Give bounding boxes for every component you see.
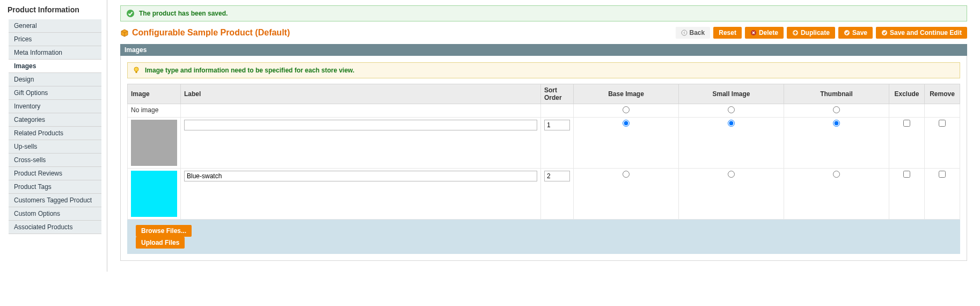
tip-text: Image type and information need to be sp… <box>145 67 354 74</box>
back-label: Back <box>690 29 705 37</box>
small-radio[interactable] <box>728 171 735 178</box>
table-row <box>128 118 960 169</box>
save-icon <box>844 30 850 36</box>
title-bar: Configurable Sample Product (Default) Ba… <box>120 27 967 39</box>
table-row <box>128 169 960 220</box>
lightbulb-icon <box>132 66 141 75</box>
duplicate-label: Duplicate <box>801 29 830 37</box>
sidebar-item-product-tags[interactable]: Product Tags <box>9 180 101 194</box>
sidebar-item-up-sells[interactable]: Up-sells <box>9 140 101 154</box>
back-icon <box>681 30 688 36</box>
sidebar-item-custom-options[interactable]: Custom Options <box>9 207 101 221</box>
image-thumb[interactable] <box>131 171 177 217</box>
sidebar: Product Information GeneralPricesMeta In… <box>0 0 107 272</box>
upload-label: Upload Files <box>141 239 179 246</box>
thumb-radio[interactable] <box>833 120 840 127</box>
duplicate-icon <box>792 30 799 36</box>
th-image: Image <box>128 84 181 104</box>
main-content: The product has been saved. Configurable… <box>107 0 980 272</box>
th-exclude: Exclude <box>889 84 925 104</box>
th-thumb: Thumbnail <box>784 84 889 104</box>
browse-label: Browse Files... <box>141 227 186 235</box>
svg-point-6 <box>134 67 138 71</box>
svg-point-1 <box>682 30 687 35</box>
table-row-noimage: No image <box>128 104 960 118</box>
sidebar-item-images[interactable]: Images <box>9 60 101 73</box>
th-sort: Sort Order <box>541 84 574 104</box>
reset-button[interactable]: Reset <box>713 27 742 39</box>
remove-checkbox[interactable] <box>939 171 946 178</box>
thumb-radio[interactable] <box>833 171 840 178</box>
success-text: The product has been saved. <box>139 10 228 17</box>
exclude-checkbox[interactable] <box>903 120 910 127</box>
info-tip: Image type and information need to be sp… <box>127 62 960 78</box>
label-input[interactable] <box>184 171 537 181</box>
sidebar-item-categories[interactable]: Categories <box>9 113 101 127</box>
upload-toolbar: Browse Files... Upload Files <box>127 220 960 254</box>
small-radio[interactable] <box>728 120 735 127</box>
success-message: The product has been saved. <box>120 5 967 21</box>
back-button[interactable]: Back <box>676 27 711 39</box>
page-title: Configurable Sample Product (Default) <box>132 28 290 38</box>
th-remove: Remove <box>925 84 960 104</box>
svg-rect-7 <box>136 71 137 73</box>
sidebar-item-meta-information[interactable]: Meta Information <box>9 46 101 60</box>
base-radio-none[interactable] <box>623 106 630 113</box>
thumb-radio-none[interactable] <box>833 106 840 113</box>
remove-checkbox[interactable] <box>939 120 946 127</box>
small-radio-none[interactable] <box>728 106 735 113</box>
delete-button[interactable]: Delete <box>745 27 784 39</box>
browse-files-button[interactable]: Browse Files... <box>136 225 192 237</box>
noimage-cell: No image <box>128 104 181 118</box>
sidebar-item-prices[interactable]: Prices <box>9 33 101 46</box>
save-continue-button[interactable]: Save and Continue Edit <box>876 27 967 39</box>
sidebar-list: GeneralPricesMeta InformationImagesDesig… <box>9 19 101 234</box>
images-table: Image Label Sort Order Base Image Small … <box>127 84 960 220</box>
base-radio[interactable] <box>623 120 630 127</box>
th-small: Small Image <box>679 84 784 104</box>
label-input[interactable] <box>184 120 537 130</box>
sidebar-item-design[interactable]: Design <box>9 73 101 86</box>
save-label: Save <box>852 29 867 37</box>
delete-label: Delete <box>759 29 778 37</box>
sidebar-item-customers-tagged-product[interactable]: Customers Tagged Product <box>9 194 101 207</box>
product-icon <box>120 28 129 37</box>
sidebar-item-general[interactable]: General <box>9 19 101 33</box>
sidebar-title: Product Information <box>0 5 107 19</box>
sidebar-item-product-reviews[interactable]: Product Reviews <box>9 167 101 180</box>
save-continue-icon <box>881 30 888 36</box>
exclude-checkbox[interactable] <box>903 171 910 178</box>
success-icon <box>126 9 135 18</box>
sort-input[interactable] <box>544 120 570 130</box>
sidebar-item-associated-products[interactable]: Associated Products <box>9 221 101 234</box>
sidebar-item-gift-options[interactable]: Gift Options <box>9 86 101 100</box>
th-base: Base Image <box>574 84 679 104</box>
sidebar-item-cross-sells[interactable]: Cross-sells <box>9 154 101 167</box>
image-thumb[interactable] <box>131 120 177 166</box>
reset-label: Reset <box>719 29 736 37</box>
upload-files-button[interactable]: Upload Files <box>136 237 185 249</box>
action-buttons: Back Reset Delete Duplicate Save Save an… <box>676 27 967 39</box>
sidebar-item-inventory[interactable]: Inventory <box>9 100 101 113</box>
sidebar-item-related-products[interactable]: Related Products <box>9 127 101 140</box>
delete-icon <box>750 30 757 36</box>
save-button[interactable]: Save <box>838 27 873 39</box>
save-continue-label: Save and Continue Edit <box>890 29 962 37</box>
th-label: Label <box>181 84 541 104</box>
section-body: Image type and information need to be sp… <box>120 56 967 261</box>
base-radio[interactable] <box>623 171 630 178</box>
section-header: Images <box>120 44 967 56</box>
sort-input[interactable] <box>544 171 570 181</box>
duplicate-button[interactable]: Duplicate <box>787 27 835 39</box>
svg-point-0 <box>127 10 134 17</box>
